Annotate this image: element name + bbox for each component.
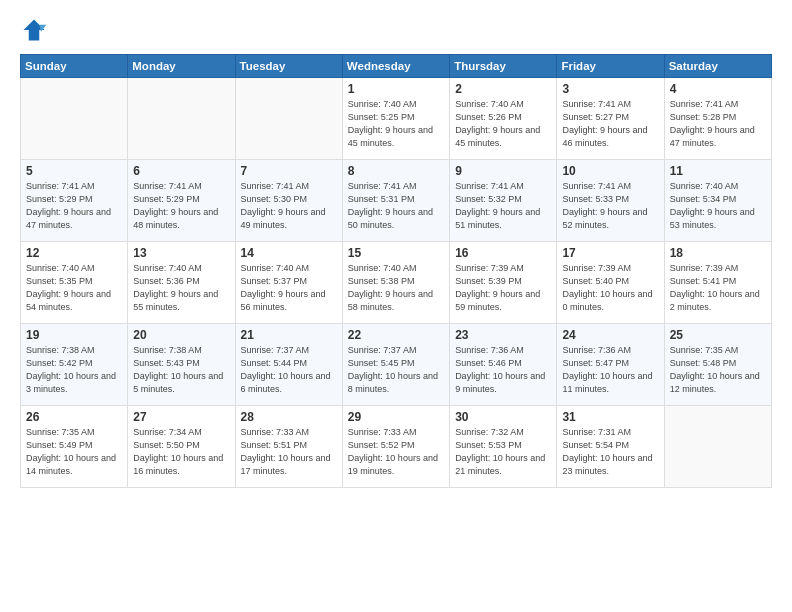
day-number: 23 — [455, 328, 551, 342]
day-info: Sunrise: 7:39 AM Sunset: 5:41 PM Dayligh… — [670, 262, 766, 314]
calendar-cell: 27Sunrise: 7:34 AM Sunset: 5:50 PM Dayli… — [128, 406, 235, 488]
day-number: 27 — [133, 410, 229, 424]
calendar-cell: 17Sunrise: 7:39 AM Sunset: 5:40 PM Dayli… — [557, 242, 664, 324]
day-info: Sunrise: 7:40 AM Sunset: 5:35 PM Dayligh… — [26, 262, 122, 314]
logo-icon — [20, 16, 48, 44]
calendar-cell: 12Sunrise: 7:40 AM Sunset: 5:35 PM Dayli… — [21, 242, 128, 324]
day-number: 7 — [241, 164, 337, 178]
calendar-week-row-4: 26Sunrise: 7:35 AM Sunset: 5:49 PM Dayli… — [21, 406, 772, 488]
day-info: Sunrise: 7:40 AM Sunset: 5:37 PM Dayligh… — [241, 262, 337, 314]
calendar-cell: 19Sunrise: 7:38 AM Sunset: 5:42 PM Dayli… — [21, 324, 128, 406]
day-number: 29 — [348, 410, 444, 424]
calendar-cell: 11Sunrise: 7:40 AM Sunset: 5:34 PM Dayli… — [664, 160, 771, 242]
calendar-week-row-0: 1Sunrise: 7:40 AM Sunset: 5:25 PM Daylig… — [21, 78, 772, 160]
day-number: 14 — [241, 246, 337, 260]
weekday-header-saturday: Saturday — [664, 55, 771, 78]
day-number: 6 — [133, 164, 229, 178]
day-number: 24 — [562, 328, 658, 342]
day-info: Sunrise: 7:35 AM Sunset: 5:48 PM Dayligh… — [670, 344, 766, 396]
calendar-cell: 23Sunrise: 7:36 AM Sunset: 5:46 PM Dayli… — [450, 324, 557, 406]
calendar-week-row-2: 12Sunrise: 7:40 AM Sunset: 5:35 PM Dayli… — [21, 242, 772, 324]
day-info: Sunrise: 7:34 AM Sunset: 5:50 PM Dayligh… — [133, 426, 229, 478]
calendar-cell: 1Sunrise: 7:40 AM Sunset: 5:25 PM Daylig… — [342, 78, 449, 160]
calendar-cell: 26Sunrise: 7:35 AM Sunset: 5:49 PM Dayli… — [21, 406, 128, 488]
day-info: Sunrise: 7:31 AM Sunset: 5:54 PM Dayligh… — [562, 426, 658, 478]
day-number: 3 — [562, 82, 658, 96]
day-info: Sunrise: 7:41 AM Sunset: 5:33 PM Dayligh… — [562, 180, 658, 232]
calendar-cell: 21Sunrise: 7:37 AM Sunset: 5:44 PM Dayli… — [235, 324, 342, 406]
day-info: Sunrise: 7:37 AM Sunset: 5:44 PM Dayligh… — [241, 344, 337, 396]
calendar-cell: 8Sunrise: 7:41 AM Sunset: 5:31 PM Daylig… — [342, 160, 449, 242]
calendar-cell: 14Sunrise: 7:40 AM Sunset: 5:37 PM Dayli… — [235, 242, 342, 324]
day-number: 8 — [348, 164, 444, 178]
weekday-header-friday: Friday — [557, 55, 664, 78]
day-info: Sunrise: 7:36 AM Sunset: 5:47 PM Dayligh… — [562, 344, 658, 396]
weekday-header-thursday: Thursday — [450, 55, 557, 78]
svg-marker-1 — [39, 25, 46, 32]
day-number: 10 — [562, 164, 658, 178]
calendar-cell: 10Sunrise: 7:41 AM Sunset: 5:33 PM Dayli… — [557, 160, 664, 242]
day-number: 20 — [133, 328, 229, 342]
calendar-cell: 4Sunrise: 7:41 AM Sunset: 5:28 PM Daylig… — [664, 78, 771, 160]
calendar-cell: 15Sunrise: 7:40 AM Sunset: 5:38 PM Dayli… — [342, 242, 449, 324]
day-number: 1 — [348, 82, 444, 96]
calendar-cell: 18Sunrise: 7:39 AM Sunset: 5:41 PM Dayli… — [664, 242, 771, 324]
day-info: Sunrise: 7:39 AM Sunset: 5:39 PM Dayligh… — [455, 262, 551, 314]
day-number: 19 — [26, 328, 122, 342]
day-info: Sunrise: 7:41 AM Sunset: 5:29 PM Dayligh… — [26, 180, 122, 232]
calendar-cell: 29Sunrise: 7:33 AM Sunset: 5:52 PM Dayli… — [342, 406, 449, 488]
calendar-cell — [235, 78, 342, 160]
day-info: Sunrise: 7:41 AM Sunset: 5:29 PM Dayligh… — [133, 180, 229, 232]
day-info: Sunrise: 7:41 AM Sunset: 5:31 PM Dayligh… — [348, 180, 444, 232]
day-number: 25 — [670, 328, 766, 342]
logo — [20, 16, 52, 44]
calendar-cell: 30Sunrise: 7:32 AM Sunset: 5:53 PM Dayli… — [450, 406, 557, 488]
day-info: Sunrise: 7:32 AM Sunset: 5:53 PM Dayligh… — [455, 426, 551, 478]
calendar-cell — [128, 78, 235, 160]
day-info: Sunrise: 7:39 AM Sunset: 5:40 PM Dayligh… — [562, 262, 658, 314]
day-info: Sunrise: 7:40 AM Sunset: 5:38 PM Dayligh… — [348, 262, 444, 314]
calendar-cell: 22Sunrise: 7:37 AM Sunset: 5:45 PM Dayli… — [342, 324, 449, 406]
weekday-header-sunday: Sunday — [21, 55, 128, 78]
day-number: 17 — [562, 246, 658, 260]
page: SundayMondayTuesdayWednesdayThursdayFrid… — [0, 0, 792, 612]
calendar-cell: 3Sunrise: 7:41 AM Sunset: 5:27 PM Daylig… — [557, 78, 664, 160]
day-number: 15 — [348, 246, 444, 260]
calendar-cell: 7Sunrise: 7:41 AM Sunset: 5:30 PM Daylig… — [235, 160, 342, 242]
calendar-cell: 20Sunrise: 7:38 AM Sunset: 5:43 PM Dayli… — [128, 324, 235, 406]
day-info: Sunrise: 7:40 AM Sunset: 5:36 PM Dayligh… — [133, 262, 229, 314]
day-number: 22 — [348, 328, 444, 342]
day-info: Sunrise: 7:41 AM Sunset: 5:27 PM Dayligh… — [562, 98, 658, 150]
calendar-cell: 5Sunrise: 7:41 AM Sunset: 5:29 PM Daylig… — [21, 160, 128, 242]
day-info: Sunrise: 7:36 AM Sunset: 5:46 PM Dayligh… — [455, 344, 551, 396]
day-info: Sunrise: 7:37 AM Sunset: 5:45 PM Dayligh… — [348, 344, 444, 396]
day-info: Sunrise: 7:41 AM Sunset: 5:30 PM Dayligh… — [241, 180, 337, 232]
calendar-cell: 2Sunrise: 7:40 AM Sunset: 5:26 PM Daylig… — [450, 78, 557, 160]
calendar-cell: 25Sunrise: 7:35 AM Sunset: 5:48 PM Dayli… — [664, 324, 771, 406]
calendar-cell: 13Sunrise: 7:40 AM Sunset: 5:36 PM Dayli… — [128, 242, 235, 324]
day-number: 9 — [455, 164, 551, 178]
day-info: Sunrise: 7:40 AM Sunset: 5:34 PM Dayligh… — [670, 180, 766, 232]
day-number: 12 — [26, 246, 122, 260]
calendar-cell: 6Sunrise: 7:41 AM Sunset: 5:29 PM Daylig… — [128, 160, 235, 242]
day-number: 21 — [241, 328, 337, 342]
day-info: Sunrise: 7:38 AM Sunset: 5:42 PM Dayligh… — [26, 344, 122, 396]
day-number: 13 — [133, 246, 229, 260]
calendar-table: SundayMondayTuesdayWednesdayThursdayFrid… — [20, 54, 772, 488]
day-info: Sunrise: 7:41 AM Sunset: 5:32 PM Dayligh… — [455, 180, 551, 232]
calendar-cell — [21, 78, 128, 160]
calendar-week-row-3: 19Sunrise: 7:38 AM Sunset: 5:42 PM Dayli… — [21, 324, 772, 406]
day-number: 11 — [670, 164, 766, 178]
header — [20, 16, 772, 44]
weekday-header-wednesday: Wednesday — [342, 55, 449, 78]
day-number: 18 — [670, 246, 766, 260]
day-info: Sunrise: 7:33 AM Sunset: 5:52 PM Dayligh… — [348, 426, 444, 478]
day-number: 5 — [26, 164, 122, 178]
day-info: Sunrise: 7:35 AM Sunset: 5:49 PM Dayligh… — [26, 426, 122, 478]
calendar-cell: 31Sunrise: 7:31 AM Sunset: 5:54 PM Dayli… — [557, 406, 664, 488]
calendar-cell: 9Sunrise: 7:41 AM Sunset: 5:32 PM Daylig… — [450, 160, 557, 242]
day-info: Sunrise: 7:40 AM Sunset: 5:26 PM Dayligh… — [455, 98, 551, 150]
calendar-cell — [664, 406, 771, 488]
day-number: 26 — [26, 410, 122, 424]
calendar-cell: 28Sunrise: 7:33 AM Sunset: 5:51 PM Dayli… — [235, 406, 342, 488]
